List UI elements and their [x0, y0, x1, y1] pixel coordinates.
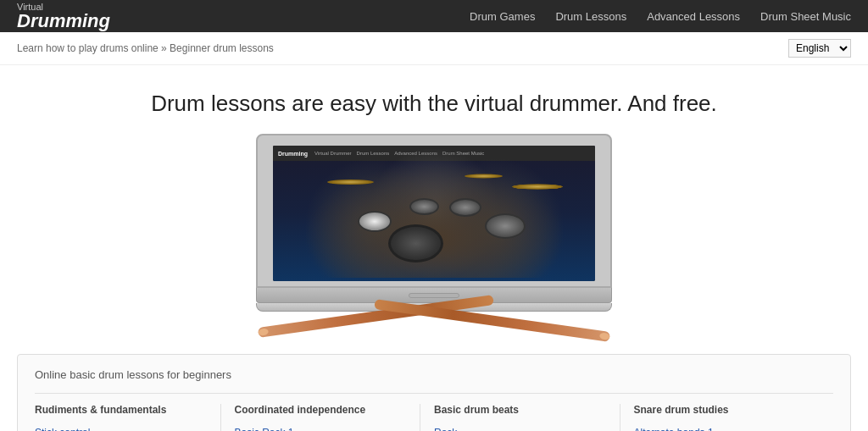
list-item[interactable]: Stick control: [35, 424, 207, 431]
drum-tom1-icon: [409, 198, 439, 215]
lessons-section-title: Online basic drum lessons for beginners: [35, 368, 833, 381]
drum-tom2-icon: [449, 198, 481, 217]
trackpad: [409, 293, 459, 298]
column-header-rudiments: Rudiments & fundamentals: [35, 404, 207, 416]
nav-drum-sheet-music[interactable]: Drum Sheet Music: [760, 10, 851, 23]
breadcrumb-bar: Learn how to play drums online » Beginne…: [0, 32, 868, 65]
laptop-base: [256, 288, 612, 303]
laptop-screen-inner: Drumming Virtual Drummer Drum Lessons Ad…: [273, 146, 595, 281]
screen-content: Drumming Virtual Drummer Drum Lessons Ad…: [273, 146, 595, 281]
breadcrumb: Learn how to play drums online » Beginne…: [17, 42, 274, 54]
lessons-grid: Rudiments & fundamentals Stick control F…: [35, 393, 833, 431]
nav-advanced-lessons[interactable]: Advanced Lessons: [647, 10, 740, 23]
column-header-beats: Basic drum beats: [434, 404, 606, 416]
drumstick-tip-right: [599, 332, 610, 340]
cymbal-icon: [327, 180, 374, 185]
cymbal-icon: [512, 184, 563, 190]
lesson-column-coordinated: Coordinated independence Basic Rock 1 Ba…: [235, 404, 421, 431]
cymbal-icon: [465, 174, 503, 179]
column-header-coordinated: Coordinated independence: [235, 404, 407, 416]
laptop-bottom: [256, 303, 612, 312]
list-item[interactable]: Alternate hands 1: [634, 424, 821, 431]
breadcrumb-home[interactable]: Learn how to play drums online: [17, 42, 159, 54]
drumstick-tip-left: [258, 328, 269, 336]
logo[interactable]: Virtual Drumming: [17, 3, 110, 30]
laptop-screen-outer: Drumming Virtual Drummer Drum Lessons Ad…: [256, 134, 612, 288]
lesson-column-snare: Snare drum studies Alternate hands 1 Alt…: [634, 404, 834, 431]
breadcrumb-separator: »: [159, 42, 170, 54]
drum-kick-icon: [388, 224, 443, 262]
list-item[interactable]: Basic Rock 1: [235, 424, 407, 431]
lesson-column-rudiments: Rudiments & fundamentals Stick control F…: [35, 404, 221, 431]
column-header-snare: Snare drum studies: [634, 404, 821, 416]
laptop: Drumming Virtual Drummer Drum Lessons Ad…: [256, 134, 612, 312]
list-item[interactable]: Rock: [434, 424, 606, 431]
nav-drum-lessons[interactable]: Drum Lessons: [555, 10, 626, 23]
language-select[interactable]: English Spanish French German: [788, 39, 851, 58]
drum-snare-icon: [358, 211, 392, 232]
header: Virtual Drumming Drum Games Drum Lessons…: [0, 0, 868, 32]
lessons-section: Online basic drum lessons for beginners …: [17, 354, 851, 431]
lesson-column-beats: Basic drum beats Rock Shuffle Dance Lati…: [434, 404, 620, 431]
hero-title: Drum lessons are easy with the virtual d…: [17, 91, 851, 117]
logo-drumming: Drumming: [17, 10, 110, 31]
screen-drums: [281, 149, 587, 278]
nav-drum-games[interactable]: Drum Games: [470, 10, 535, 23]
drum-floor-icon: [485, 213, 526, 239]
laptop-image: Drumming Virtual Drummer Drum Lessons Ad…: [256, 134, 612, 312]
breadcrumb-current: Beginner drum lessons: [170, 42, 274, 54]
hero-section: Drum lessons are easy with the virtual d…: [0, 65, 868, 320]
main-nav: Drum Games Drum Lessons Advanced Lessons…: [470, 10, 851, 23]
